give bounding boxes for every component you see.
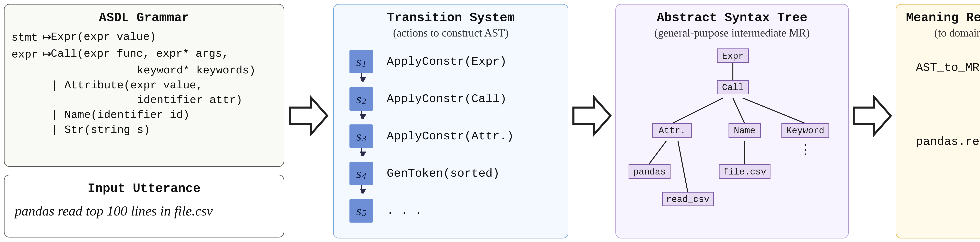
input-utterance-panel: Input Utterance pandas read top 100 line… — [4, 175, 284, 237]
svg-text:Attr.: Attr. — [659, 126, 686, 136]
ast-node-attr: Attr. — [652, 123, 692, 137]
asdl-expr-name: Name(identifier id) — [65, 109, 190, 121]
asdl-expr-attr-line1: Attribute(expr value, — [65, 79, 203, 92]
mr-body: AST_to_MR( ) pandas.read_csv( file.csv, … — [916, 50, 980, 179]
step-stamp-4: s4 — [350, 162, 373, 185]
ast-node-filecsv: file.csv — [719, 165, 770, 178]
svg-text:file.csv: file.csv — [723, 167, 766, 177]
ast-node-expr: Expr — [717, 49, 749, 63]
svg-text:pandas: pandas — [633, 167, 666, 177]
ast-node-keyword: Keyword — [782, 123, 829, 137]
diagram-canvas: ASDL Grammar stmt ↦ Expr(expr value) exp… — [0, 0, 980, 242]
ast-node-pandas: pandas — [629, 165, 670, 178]
transition-title: Transition System — [341, 11, 561, 25]
ast-subtitle: (general-purpose intermediate MR) — [623, 27, 841, 39]
step-stamp-2: s2 — [350, 87, 373, 111]
svg-line-4 — [649, 141, 666, 165]
svg-text:read_csv: read_csv — [666, 194, 710, 205]
ast-title: Abstract Syntax Tree — [623, 11, 841, 25]
step-action-1: ApplyConstr(Expr) — [387, 55, 507, 68]
mr-title: Meaning Representation — [904, 11, 980, 25]
pipe-icon: | — [51, 78, 58, 93]
pipe-icon: | — [51, 123, 58, 138]
ast-node-call: Call — [717, 80, 749, 94]
mr-panel: Meaning Representation (to domain-specif… — [896, 4, 980, 239]
asdl-expr-str: Str(string s) — [65, 123, 150, 136]
transition-system-panel: Transition System (actions to construct … — [333, 4, 568, 239]
mr-code-line-1: pandas.read_csv( — [916, 135, 980, 149]
asdl-expr-head: expr — [11, 48, 38, 61]
svg-text:Keyword: Keyword — [786, 126, 824, 136]
step-stamp-1: s1 — [350, 50, 373, 74]
svg-line-2 — [733, 98, 745, 123]
mr-fn-open: AST_to_MR( — [916, 61, 980, 75]
asdl-expr-call-line2: keyword* keywords) — [137, 63, 277, 78]
arrow-icon — [288, 90, 329, 141]
ast-node-readcsv: read_csv — [662, 192, 713, 206]
asdl-stmt-head: stmt — [11, 31, 38, 44]
ast-panel: Abstract Syntax Tree (general-purpose in… — [616, 4, 849, 239]
step-action-5: . . . — [387, 204, 422, 218]
svg-line-5 — [678, 141, 688, 192]
input-title: Input Utterance — [11, 181, 277, 196]
step-action-2: ApplyConstr(Call) — [387, 92, 507, 106]
arrow-icon — [852, 90, 893, 141]
mr-subtitle: (to domain-specific MR) — [904, 27, 980, 39]
step-action-4: GenToken(sorted) — [387, 167, 500, 180]
transition-subtitle: (actions to construct AST) — [341, 27, 561, 39]
arrow-icon — [571, 90, 612, 141]
asdl-title: ASDL Grammar — [11, 11, 277, 25]
svg-line-1 — [672, 98, 723, 123]
asdl-grammar-panel: ASDL Grammar stmt ↦ Expr(expr value) exp… — [4, 4, 284, 167]
asdl-expr-attr-line2: identifier attr) — [137, 93, 277, 108]
asdl-expr-call-line1: Call(expr func, expr* args, — [51, 46, 277, 61]
asdl-grammar-body: stmt ↦ Expr(expr value) expr ↦ Call(expr… — [11, 30, 277, 138]
input-utterance-text: pandas read top 100 lines in file.csv — [15, 203, 277, 219]
step-action-3: ApplyConstr(Attr.) — [387, 130, 514, 143]
asdl-stmt-body: Expr(expr value) — [51, 30, 277, 45]
pipe-icon: | — [51, 108, 58, 123]
svg-text:Name: Name — [734, 126, 756, 136]
transition-steps: s1 ApplyConstr(Expr) s2 ApplyConstr(Call… — [350, 47, 561, 226]
step-stamp-5: s5 — [350, 199, 373, 223]
ast-dots: ⋮ — [799, 142, 812, 157]
svg-text:Expr: Expr — [722, 51, 744, 61]
step-stamp-3: s3 — [350, 125, 373, 148]
svg-text:Call: Call — [722, 83, 744, 93]
svg-line-3 — [743, 98, 805, 123]
ast-node-name: Name — [729, 123, 760, 137]
ast-tree-diagram: Expr Call Attr. Name Keyword pandas read… — [623, 41, 843, 221]
